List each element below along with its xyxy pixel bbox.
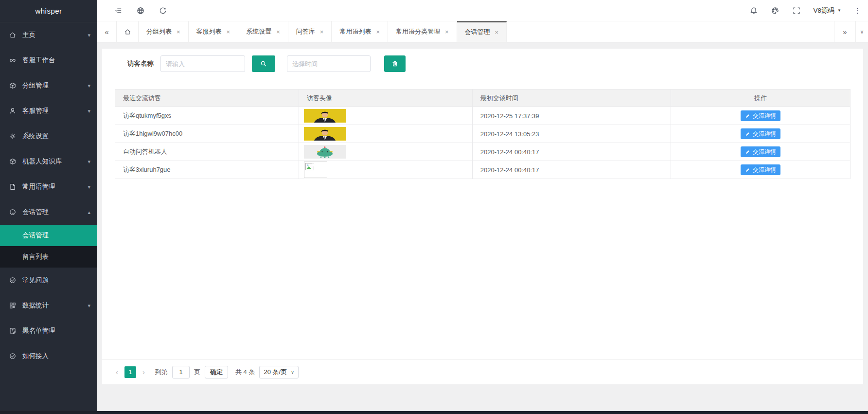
close-icon[interactable]: × bbox=[276, 28, 280, 36]
confirm-page-button[interactable]: 确定 bbox=[205, 366, 228, 378]
visitor-name: 访客3xluruh7gue bbox=[115, 161, 299, 179]
column-header-actions: 操作 bbox=[671, 90, 850, 107]
sidebar-subitem-message-list[interactable]: 留言列表 bbox=[0, 246, 97, 268]
chevron-down-icon: ▾ bbox=[88, 32, 90, 38]
chevron-up-icon: ▴ bbox=[88, 209, 90, 216]
chat-detail-button[interactable]: 交流详情 bbox=[741, 146, 780, 157]
more-menu-icon[interactable]: ⋮ bbox=[854, 7, 861, 14]
total-count-label: 共 4 条 bbox=[235, 368, 255, 377]
visitor-avatar bbox=[304, 109, 346, 123]
scroll-tabs-right-icon[interactable]: » bbox=[834, 21, 855, 42]
sidebar-subitem-session-management[interactable]: 会话管理 bbox=[0, 225, 97, 246]
first-chat-time: 2020-12-24 00:40:17 bbox=[472, 161, 671, 179]
tab-actions-dropdown-icon[interactable]: ∨ bbox=[855, 21, 868, 42]
home-icon bbox=[124, 28, 131, 36]
infinity-icon bbox=[9, 56, 17, 64]
app-window: whisper 主页 ▾ 客服工作台 分组管理 ▾ 客服管理 ▾ 系统设置 bbox=[0, 0, 868, 414]
chat-detail-button[interactable]: 交流详情 bbox=[741, 128, 780, 139]
close-icon[interactable]: × bbox=[320, 28, 324, 36]
cube-icon bbox=[9, 82, 17, 90]
tab-common-phrase-list[interactable]: 常用语列表 × bbox=[332, 21, 388, 42]
chat-icon bbox=[9, 208, 17, 216]
circle-check-icon bbox=[9, 352, 17, 360]
close-icon[interactable]: × bbox=[376, 28, 380, 36]
prev-page-icon[interactable]: ‹ bbox=[114, 368, 120, 376]
pagination: ‹ 1 › 到第 页 确定 共 4 条 20 条/页 ∨ bbox=[102, 359, 863, 384]
tab-bar: « 分组列表 × 客服列表 × 系统设置 × 问答库 × 常用语列表 bbox=[97, 21, 868, 42]
refresh-icon[interactable] bbox=[159, 6, 167, 15]
column-header-visitor-avatar: 访客头像 bbox=[299, 90, 473, 107]
visitor-name: 访客qtukmyf5gxs bbox=[115, 107, 299, 125]
sidebar-item-agent-management[interactable]: 客服管理 ▾ bbox=[0, 98, 97, 124]
sessions-table: 最近交流访客 访客头像 最初交谈时间 操作 访客qtukmyf5gxs bbox=[115, 89, 850, 179]
gear-icon bbox=[9, 132, 17, 140]
date-picker-input[interactable] bbox=[287, 55, 371, 72]
session-management-panel: 访客名称 最近交流访客 访客头像 bbox=[102, 49, 863, 384]
stats-icon bbox=[9, 302, 17, 309]
sidebar-item-session-management[interactable]: 会话管理 ▴ bbox=[0, 199, 97, 225]
visitor-name-label: 访客名称 bbox=[127, 59, 154, 68]
main-area: V8源码 ▼ ⋮ « 分组列表 × 客服列表 × 系统设置 × bbox=[97, 0, 868, 414]
sidebar: whisper 主页 ▾ 客服工作台 分组管理 ▾ 客服管理 ▾ 系统设置 bbox=[0, 0, 97, 414]
sidebar-item-robot-knowledge[interactable]: 机器人知识库 ▾ bbox=[0, 149, 97, 174]
robot-avatar bbox=[304, 145, 346, 159]
table-row: 访客qtukmyf5gxs 2020-12-25 17:37:39 bbox=[115, 107, 850, 125]
chevron-down-icon: ▾ bbox=[88, 184, 90, 190]
tab-qa-library[interactable]: 问答库 × bbox=[288, 21, 332, 42]
search-icon bbox=[260, 60, 267, 68]
sidebar-item-statistics[interactable]: 数据统计 ▾ bbox=[0, 293, 97, 318]
column-header-first-chat-time: 最初交谈时间 bbox=[472, 90, 671, 107]
sidebar-item-group-management[interactable]: 分组管理 ▾ bbox=[0, 73, 97, 98]
home-tab[interactable] bbox=[117, 21, 139, 42]
globe-icon[interactable] bbox=[136, 6, 145, 15]
sidebar-item-home[interactable]: 主页 ▾ bbox=[0, 22, 97, 48]
search-button[interactable] bbox=[252, 55, 275, 72]
sidebar-item-common-phrases[interactable]: 常用语管理 ▾ bbox=[0, 174, 97, 199]
chevron-down-icon: ∨ bbox=[291, 370, 294, 375]
sidebar-item-workbench[interactable]: 客服工作台 bbox=[0, 48, 97, 73]
trash-icon bbox=[391, 60, 399, 68]
goto-page-input[interactable] bbox=[172, 366, 190, 378]
pencil-icon bbox=[745, 131, 750, 137]
close-icon[interactable]: × bbox=[227, 28, 230, 36]
chevron-down-icon: ▾ bbox=[88, 303, 90, 309]
session-submenu: 会话管理 留言列表 bbox=[0, 225, 97, 268]
document-icon bbox=[9, 183, 17, 191]
sidebar-item-faq[interactable]: 常见问题 bbox=[0, 268, 97, 293]
table-row: 访客3xluruh7gue 2020-12-24 00:40:17 bbox=[115, 161, 850, 179]
fullscreen-icon[interactable] bbox=[792, 6, 801, 15]
circle-check-icon bbox=[9, 276, 17, 284]
table-row: 自动问答机器人 2020-12-24 00:40:17 bbox=[115, 143, 850, 161]
user-icon bbox=[9, 107, 17, 115]
visitor-avatar bbox=[304, 127, 346, 141]
visitor-name: 自动问答机器人 bbox=[115, 143, 299, 161]
tab-agent-list[interactable]: 客服列表 × bbox=[189, 21, 239, 42]
close-icon[interactable]: × bbox=[495, 29, 499, 36]
page-size-select[interactable]: 20 条/页 ∨ bbox=[259, 366, 298, 378]
version-dropdown[interactable]: V8源码 ▼ bbox=[814, 6, 841, 15]
sidebar-item-blacklist[interactable]: 黑名单管理 bbox=[0, 318, 97, 343]
pencil-icon bbox=[745, 167, 750, 173]
chevron-down-icon: ▾ bbox=[88, 83, 90, 89]
current-page-button[interactable]: 1 bbox=[124, 366, 136, 378]
tab-group-list[interactable]: 分组列表 × bbox=[139, 21, 189, 42]
collapse-sidebar-icon[interactable] bbox=[114, 6, 123, 15]
cube-icon bbox=[9, 158, 17, 165]
bell-icon[interactable] bbox=[749, 6, 758, 15]
theme-palette-icon[interactable] bbox=[771, 6, 779, 15]
chat-detail-button[interactable]: 交流详情 bbox=[741, 110, 780, 121]
close-icon[interactable]: × bbox=[445, 28, 449, 36]
tab-system-settings[interactable]: 系统设置 × bbox=[238, 21, 288, 42]
sidebar-item-how-to-connect[interactable]: 如何接入 bbox=[0, 343, 97, 369]
tab-phrase-category-management[interactable]: 常用语分类管理 × bbox=[388, 21, 457, 42]
delete-button[interactable] bbox=[384, 55, 406, 72]
sidebar-item-system-settings[interactable]: 系统设置 bbox=[0, 124, 97, 149]
next-page-icon[interactable]: › bbox=[141, 368, 147, 376]
close-icon[interactable]: × bbox=[177, 28, 180, 36]
tab-session-management[interactable]: 会话管理 × bbox=[457, 21, 507, 42]
search-form: 访客名称 bbox=[102, 49, 863, 72]
caret-down-icon: ▼ bbox=[837, 8, 841, 13]
scroll-tabs-left-icon[interactable]: « bbox=[97, 21, 117, 42]
chat-detail-button[interactable]: 交流详情 bbox=[741, 164, 780, 175]
visitor-name-input[interactable] bbox=[160, 55, 245, 72]
